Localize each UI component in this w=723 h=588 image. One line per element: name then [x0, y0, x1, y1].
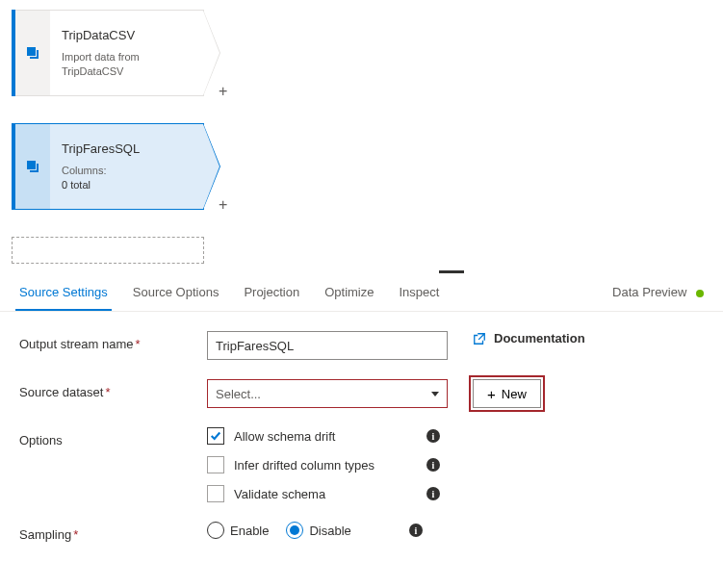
validate-schema-label: Validate schema [234, 487, 417, 501]
info-icon[interactable]: i [409, 524, 423, 537]
columns-total: 0 total [62, 179, 90, 191]
sampling-enable-label: Enable [230, 524, 269, 538]
info-icon[interactable]: i [426, 487, 440, 500]
select-placeholder: Select... [216, 387, 261, 401]
source-icon [15, 10, 50, 96]
documentation-label: Documentation [494, 331, 585, 345]
source-node-tripfaressql[interactable]: TripFaresSQL Columns: 0 total + [12, 123, 204, 210]
output-stream-name-input[interactable] [207, 331, 448, 360]
required-indicator: * [105, 385, 110, 399]
tab-data-preview-label: Data Preview [612, 285, 686, 299]
node-body: TripDataCSV Import data from TripDataCSV [50, 10, 204, 96]
add-source-placeholder[interactable] [12, 237, 204, 264]
new-button-label: New [502, 387, 527, 401]
tab-source-settings[interactable]: Source Settings [15, 275, 112, 311]
radio-icon [286, 522, 303, 539]
tab-optimize[interactable]: Optimize [321, 275, 377, 309]
checkmark-icon [210, 430, 221, 442]
source-dataset-label: Source dataset* [19, 379, 207, 399]
external-link-icon [473, 332, 486, 345]
node-title: TripFaresSQL [62, 141, 192, 156]
info-icon[interactable]: i [426, 429, 440, 443]
columns-label: Columns: [62, 165, 106, 176]
tab-hover-indicator [439, 270, 464, 273]
source-node-tripdatacsv[interactable]: TripDataCSV Import data from TripDataCSV… [12, 10, 204, 96]
tab-source-options[interactable]: Source Options [129, 275, 223, 309]
radio-icon [207, 522, 224, 539]
add-transform-button[interactable]: + [219, 83, 227, 100]
node-body: TripFaresSQL Columns: 0 total [50, 123, 204, 210]
chevron-down-icon [431, 392, 439, 396]
sampling-disable-radio[interactable]: Disable [286, 522, 350, 539]
output-stream-name-label: Output stream name* [19, 331, 207, 351]
source-dataset-select[interactable]: Select... [207, 379, 448, 408]
source-icon [15, 123, 50, 210]
required-indicator: * [136, 337, 141, 351]
node-subtitle: Import data from TripDataCSV [62, 50, 192, 78]
validate-schema-checkbox[interactable] [207, 485, 224, 502]
node-title: TripDataCSV [62, 28, 192, 42]
sampling-enable-radio[interactable]: Enable [207, 522, 269, 539]
options-label: Options [19, 427, 207, 447]
required-indicator: * [73, 527, 78, 542]
infer-drifted-types-label: Infer drifted column types [234, 458, 417, 473]
infer-drifted-types-checkbox[interactable] [207, 456, 224, 473]
sampling-label: Sampling* [19, 522, 207, 542]
node-columns-info: Columns: 0 total [62, 164, 192, 192]
tab-inspect[interactable]: Inspect [396, 275, 444, 309]
source-settings-panel: Output stream name* Documentation Source… [0, 312, 723, 580]
allow-schema-drift-checkbox[interactable] [207, 427, 224, 445]
dataflow-canvas: TripDataCSV Import data from TripDataCSV… [0, 0, 723, 264]
status-dot-icon [696, 290, 704, 297]
info-icon[interactable]: i [426, 458, 440, 472]
add-transform-button[interactable]: + [219, 196, 227, 214]
allow-schema-drift-label: Allow schema drift [234, 429, 417, 444]
tab-data-preview[interactable]: Data Preview [608, 275, 708, 309]
new-dataset-button[interactable]: + New [473, 379, 541, 408]
documentation-link[interactable]: Documentation [473, 331, 585, 345]
tab-projection[interactable]: Projection [240, 275, 303, 309]
settings-tabs: Source Settings Source Options Projectio… [0, 273, 723, 312]
sampling-disable-label: Disable [309, 524, 350, 538]
plus-icon: + [487, 387, 496, 401]
